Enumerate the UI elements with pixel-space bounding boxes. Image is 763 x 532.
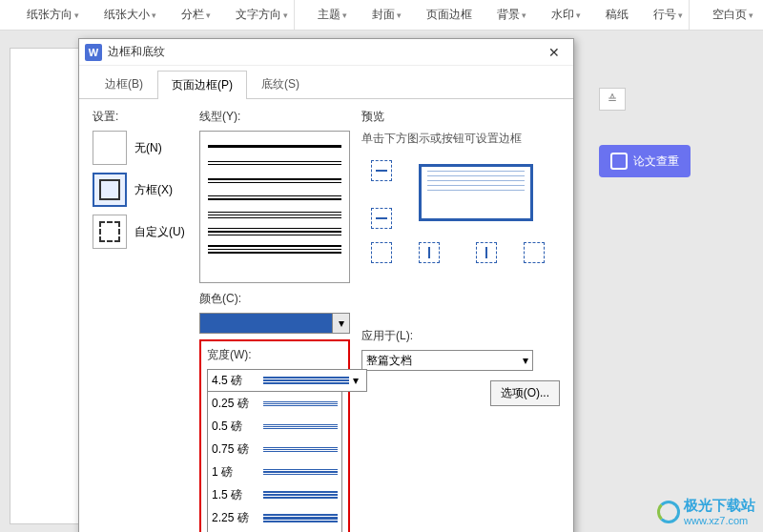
preview-document xyxy=(419,164,533,221)
ribbon-background[interactable]: 背景▾ xyxy=(476,5,530,25)
ribbon-blank-page[interactable]: 空白页▾ xyxy=(691,5,757,25)
linestyle-list[interactable] xyxy=(199,131,350,283)
ribbon-page-orient[interactable]: 纸张方向▾ xyxy=(6,5,83,25)
setting-box[interactable]: 方框(X) xyxy=(93,173,188,207)
side-panel: ≙ 论文查重 xyxy=(599,88,691,177)
width-option[interactable]: 0.25 磅 xyxy=(208,392,341,415)
ribbon-toolbar: 纸张方向▾ 纸张大小▾ 分栏▾ 文字方向▾ 主题▾ 封面▾ 页面边框 背景▾ 水… xyxy=(0,0,763,31)
preview-tl-btn[interactable] xyxy=(371,242,392,263)
ribbon-line-number[interactable]: 行号▾ xyxy=(632,5,687,25)
linestyle-label: 线型(Y): xyxy=(199,109,350,125)
setting-none[interactable]: 无(N) xyxy=(93,131,188,165)
ribbon-theme[interactable]: 主题▾ xyxy=(297,5,351,25)
chevron-down-icon: ▾ xyxy=(349,374,362,387)
side-collapse-button[interactable]: ≙ xyxy=(599,88,626,111)
preview-grid xyxy=(361,156,560,242)
width-select[interactable]: 4.5 磅 ▾ xyxy=(207,369,367,392)
ribbon-watermark[interactable]: 水印▾ xyxy=(530,5,585,25)
ribbon-manuscript[interactable]: 稿纸 xyxy=(585,5,632,25)
width-option[interactable]: 0.5 磅 xyxy=(208,415,341,438)
tab-page-border[interactable]: 页面边框(P) xyxy=(157,71,247,99)
collapse-icon: ≙ xyxy=(608,92,617,106)
color-label: 颜色(C): xyxy=(199,291,350,307)
apply-to-label: 应用于(L): xyxy=(361,328,560,344)
width-option[interactable]: 0.75 磅 xyxy=(208,438,341,460)
apply-to-select[interactable]: 整篇文档 ▾ xyxy=(361,350,533,371)
ribbon-toc-page[interactable]: 目录页▾ xyxy=(757,5,763,25)
setting-custom[interactable]: 自定义(U) xyxy=(93,215,188,249)
tab-border[interactable]: 边框(B) xyxy=(91,70,157,98)
app-w-icon: W xyxy=(85,44,102,61)
card-label: 论文查重 xyxy=(633,153,679,170)
dialog-title: 边框和底纹 xyxy=(108,44,541,60)
preview-left-border-btn[interactable] xyxy=(419,242,440,263)
width-option[interactable]: 1 磅 xyxy=(208,460,341,483)
dialog-titlebar[interactable]: W 边框和底纹 ✕ xyxy=(79,39,573,66)
options-button[interactable]: 选项(O)... xyxy=(490,380,560,406)
site-watermark: 极光下载站 www.xz7.com xyxy=(657,497,755,526)
width-option[interactable]: 2.25 磅 xyxy=(208,506,341,529)
preview-top-border-btn[interactable] xyxy=(371,160,392,181)
ribbon-text-direction[interactable]: 文字方向▾ xyxy=(215,5,292,25)
color-swatch xyxy=(200,314,332,333)
width-option[interactable]: 1.5 磅 xyxy=(208,483,341,506)
width-highlight-box: 宽度(W): 4.5 磅 ▾ 0.25 磅 0.5 磅 0.75 磅 1 磅 1… xyxy=(199,339,350,532)
plagiarism-check-card[interactable]: 论文查重 xyxy=(599,145,691,177)
preview-bottom-border-btn[interactable] xyxy=(371,208,392,229)
borders-shading-dialog: W 边框和底纹 ✕ 边框(B) 页面边框(P) 底纹(S) 设置: 无(N) 方… xyxy=(78,38,574,532)
color-select[interactable]: ▾ xyxy=(199,313,350,334)
tab-shading[interactable]: 底纹(S) xyxy=(247,70,314,98)
preview-br-btn[interactable] xyxy=(524,242,545,263)
chevron-down-icon: ▾ xyxy=(523,354,528,367)
preview-right-border-btn[interactable] xyxy=(476,242,497,263)
width-label: 宽度(W): xyxy=(207,347,342,363)
ribbon-columns[interactable]: 分栏▾ xyxy=(160,5,215,25)
doc-check-icon xyxy=(610,153,628,170)
site-logo-icon xyxy=(657,501,680,523)
ribbon-page-border[interactable]: 页面边框 xyxy=(405,5,476,25)
ribbon-cover[interactable]: 封面▾ xyxy=(351,5,405,25)
width-dropdown-list[interactable]: 0.25 磅 0.5 磅 0.75 磅 1 磅 1.5 磅 2.25 磅 3 磅… xyxy=(207,392,342,532)
settings-label: 设置: xyxy=(93,109,188,125)
preview-desc: 单击下方图示或按钮可设置边框 xyxy=(361,131,560,147)
ribbon-page-size[interactable]: 纸张大小▾ xyxy=(83,5,160,25)
chevron-down-icon: ▾ xyxy=(332,314,349,333)
preview-label: 预览 xyxy=(361,109,560,125)
close-button[interactable]: ✕ xyxy=(541,39,567,66)
dialog-tabs: 边框(B) 页面边框(P) 底纹(S) xyxy=(79,66,573,99)
